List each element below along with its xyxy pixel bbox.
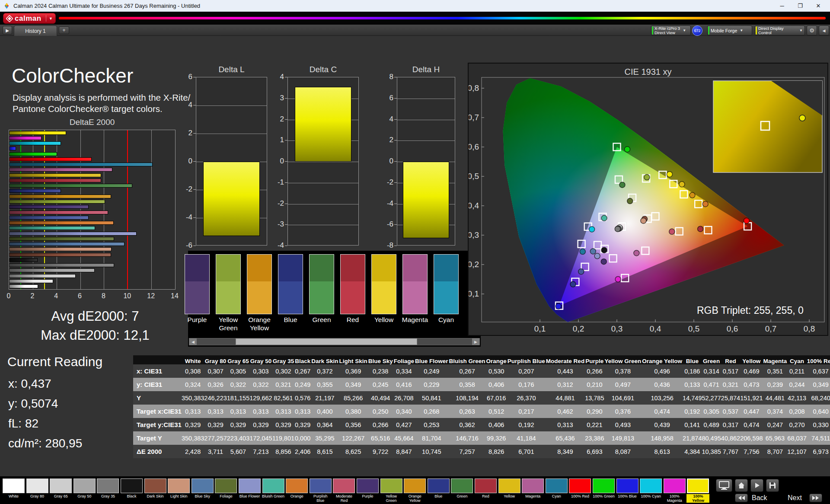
table-cell: 0,321 [272,378,295,391]
patch-tile-blue-flower[interactable] [239,478,261,493]
minimize-button[interactable]: ─ [773,0,791,12]
patch-tile-white[interactable] [3,478,25,493]
patch-tile-light-skin[interactable] [168,478,190,493]
patch-tile-orange[interactable] [286,478,308,493]
meter-select-button[interactable]: X-Rite i1Pro 3Direct View ▼ [651,26,691,35]
swatch-scrollbar[interactable]: ◀▶ [189,338,480,345]
table-col-header: Gray 35 [272,355,295,364]
patch-tile-gray-80[interactable] [26,478,48,493]
next-label[interactable]: Next [788,494,802,502]
patch-tile-100-cyan[interactable] [640,478,662,493]
tab-history-1[interactable]: History 1 [14,26,57,36]
calman-menu-button[interactable]: calman ▼ [3,13,56,24]
table-cell: 7,767 [721,445,740,458]
back-label[interactable]: Back [752,494,767,502]
run-button[interactable] [750,479,763,492]
patch-tile-100-magenta[interactable] [664,478,686,493]
cie-x-tick: 0,2 [573,324,584,333]
close-button[interactable]: ✕ [809,0,827,12]
patch-tile-yellow-green[interactable] [380,478,402,493]
gridline [288,225,358,225]
home-button[interactable] [735,479,748,492]
table-cell: 14,749 [683,391,702,405]
swatch-cyan[interactable] [434,254,459,314]
deltae-bar [9,253,111,257]
table-cell: 119,801 [272,431,295,445]
patch-tile-100-red[interactable] [569,478,591,493]
maximize-button[interactable]: ❐ [791,0,809,12]
meter-reading-badge[interactable]: 672 [692,26,702,36]
table-cell: 0,221 [585,418,604,431]
table-col-header: Blue [683,355,702,364]
avg-de2000: Avg dE2000: 7 [26,309,164,324]
patch-tile-black[interactable] [121,478,143,493]
patch-tile-orange-yellow[interactable] [404,478,426,493]
meter-dropdown-icon: ▼ [683,29,686,32]
patch-tile-red[interactable] [475,478,497,493]
swatch-magenta[interactable] [402,254,428,314]
table-cell: 2,406 [294,445,311,458]
patch-tile-gray-50[interactable] [73,478,96,493]
swatch-yellow[interactable] [371,254,396,314]
delta-y-tick: 1 [271,136,284,144]
cie-measured-marker [615,226,620,232]
collapse-panel-button[interactable]: ◀ [819,26,829,35]
patch-tile-foliage[interactable] [215,478,237,493]
cie-x-tick: 0,5 [688,324,699,333]
patch-tile-magenta[interactable] [522,478,544,493]
swatch-measured-color [216,281,240,314]
swatch-purple[interactable] [185,254,210,314]
patch-tile-100-yellow[interactable] [687,478,709,493]
source-select-button[interactable]: Mobile Forge ▼ [707,26,752,35]
patch-tile-100-blue[interactable] [616,478,638,493]
workflow-next-button[interactable] [809,494,822,502]
deltae-bar [9,284,38,288]
swatch-target-color [185,255,209,281]
patch-tile-green[interactable] [451,478,473,493]
table-col-header: Gray 50 [249,355,272,364]
table-cell: 0,267 [449,364,486,378]
history-expand-button[interactable]: ▶ [3,26,12,35]
swatch-orange-yellow[interactable] [247,254,272,314]
workflow-back-button[interactable] [735,494,748,502]
display-control-button[interactable]: Direct Display Control ▼ [755,26,805,35]
patch-tile-gray-65[interactable] [50,478,72,493]
patch-tile-blue-sky[interactable] [192,478,214,493]
settings-gear-button[interactable]: ⚙ [807,26,817,35]
table-cell: 0,637 [807,364,830,378]
patch-tile-100-green[interactable] [593,478,615,493]
cie-measured-marker [589,226,595,232]
scroll-thumb[interactable] [236,338,417,345]
table-row: Target Y350,383277,257223,403172,045119,… [133,431,830,445]
swatch-yellow-green[interactable] [216,254,241,314]
table-cell: 7,756 [740,445,763,458]
patch-tile-purple[interactable] [357,478,379,493]
table-cell: 0,471 [702,378,721,391]
patch-tile-purplish-blue[interactable] [310,478,332,493]
patch-tile-yellow[interactable] [498,478,520,493]
meter-status-strip [652,26,653,35]
patch-tile-label: White [2,494,25,498]
patch-tile-label: Gray 50 [73,494,96,498]
scroll-right-icon[interactable]: ▶ [472,338,479,345]
tick-mark [285,204,287,204]
patch-tile-cyan[interactable] [546,478,568,493]
patch-tile-dark-skin[interactable] [144,478,166,493]
scroll-left-icon[interactable]: ◀ [189,338,197,345]
table-cell: 0,208 [787,405,806,418]
patch-tile-gray-35[interactable] [97,478,119,493]
deltae-chart [9,130,176,290]
swatch-red[interactable] [340,254,365,314]
patch-tile-blue[interactable] [428,478,450,493]
patch-tile-bluish-green[interactable] [262,478,284,493]
display-preview-button[interactable] [716,479,732,492]
table-cell: 0,356 [338,418,367,431]
add-tab-button[interactable]: + [59,26,69,34]
swatch-green[interactable] [309,254,334,314]
delta-y-tick: -1 [271,178,284,187]
save-button[interactable] [766,479,779,492]
swatch-blue[interactable] [278,254,303,314]
table-cell: 42,113 [787,391,806,405]
patch-tile-moderate-red[interactable] [333,478,355,493]
table-cell: 0,192 [507,418,546,431]
